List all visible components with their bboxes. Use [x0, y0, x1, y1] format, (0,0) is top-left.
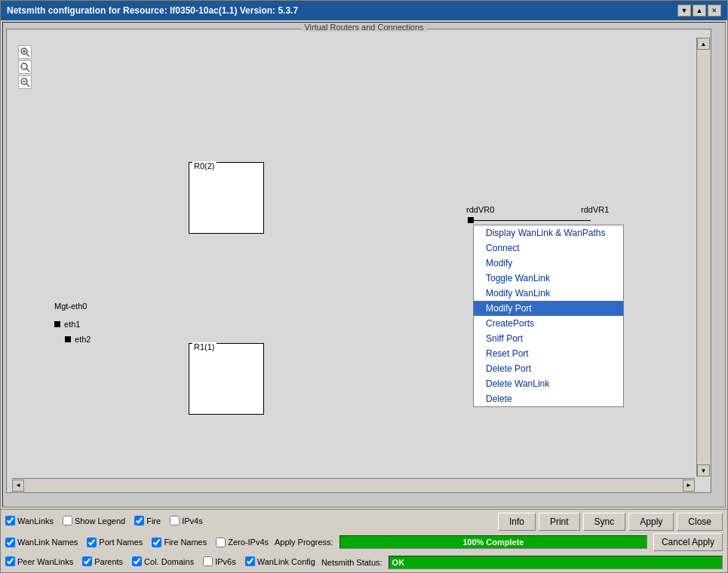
zoom-controls — [18, 45, 32, 89]
vertical-scrollbar[interactable]: ▲ ▼ — [696, 38, 710, 476]
sync-button[interactable]: Sync — [583, 513, 626, 531]
iface-eth2: eth2 — [65, 335, 91, 344]
svg-point-4 — [21, 63, 27, 69]
main-window: Netsmith configuration for Resource: lf0… — [0, 0, 728, 573]
minimize-button[interactable]: ▼ — [677, 5, 691, 17]
checkbox-wanlink-names[interactable]: WanLink Names — [5, 538, 78, 547]
menu-item-display-wanlink[interactable]: Display WanLink & WanPaths — [474, 225, 623, 241]
router-r0[interactable]: R0(2) — [189, 162, 264, 234]
scroll-down-arrow[interactable]: ▼ — [697, 464, 710, 476]
checkbox-wanlinks-label: WanLinks — [17, 516, 54, 526]
menu-item-sniff-port[interactable]: Sniff Port — [474, 331, 623, 346]
checkbox-ipv6s-input[interactable] — [203, 556, 213, 566]
canvas-inner[interactable]: R0(2) R1(1) Mgt-eth0 eth1 eth2 — [8, 30, 710, 492]
checkbox-zero-ipv4s[interactable]: Zero-IPv4s — [216, 538, 269, 547]
close-button-bottom[interactable]: Close — [677, 513, 723, 531]
svg-line-1 — [26, 54, 29, 57]
iface-eth2-text: eth2 — [75, 335, 91, 344]
apply-button[interactable]: Apply — [628, 513, 674, 531]
router-r1-label: R1(1) — [192, 342, 217, 351]
checkbox-port-names[interactable]: Port Names — [87, 538, 143, 547]
checkbox-wanlink-names-label: WanLink Names — [17, 538, 78, 547]
title-bar: Netsmith configuration for Resource: lf0… — [1, 1, 727, 20]
checkbox-show-legend-label: Show Legend — [75, 516, 125, 526]
menu-item-toggle-wanlink[interactable]: Toggle WanLink — [474, 271, 623, 286]
status-value: OK — [389, 556, 723, 569]
checkbox-wanlink-names-input[interactable] — [5, 538, 15, 547]
close-button[interactable]: ✕ — [708, 5, 721, 17]
checkbox-wanlink-config[interactable]: WanLink Config — [245, 556, 315, 566]
action-buttons: Info Print Sync Apply Close — [498, 513, 723, 531]
svg-line-5 — [26, 69, 29, 72]
checkbox-col-domains[interactable]: Col. Domains — [132, 556, 194, 566]
checkbox-ipv4s-input[interactable] — [170, 516, 180, 526]
menu-item-modify[interactable]: Modify — [474, 256, 623, 271]
checkbox-zero-ipv4s-input[interactable] — [216, 538, 226, 547]
iface-mgt-eth0: Mgt-eth0 — [54, 302, 87, 311]
controls-row2: WanLink Names Port Names Fire Names Zero… — [5, 533, 723, 553]
scroll-up-arrow[interactable]: ▲ — [697, 38, 710, 50]
rdd-vr1-label: rddVR1 — [581, 205, 609, 214]
zoom-in-button[interactable] — [18, 45, 32, 59]
menu-item-create-ports[interactable]: CreatePorts — [474, 316, 623, 331]
scroll-left-arrow[interactable]: ◄ — [12, 480, 24, 492]
zoom-out-button[interactable] — [18, 75, 32, 89]
iface-eth1-dot — [54, 321, 60, 327]
checkbox-show-legend[interactable]: Show Legend — [63, 516, 125, 526]
menu-item-delete[interactable]: Delete — [474, 391, 623, 406]
checkbox-peer-wanlinks-label: Peer WanLinks — [17, 557, 73, 566]
menu-item-modify-wanlink[interactable]: Modify WanLink — [474, 286, 623, 301]
cancel-apply-button[interactable]: Cancel Apply — [653, 533, 723, 551]
checkbox-ipv6s-label: IPv6s — [215, 557, 236, 566]
checkbox-fire-names-input[interactable] — [152, 538, 161, 547]
checkbox-port-names-input[interactable] — [87, 538, 97, 547]
main-content: Virtual Routers and Connections — [1, 20, 727, 572]
info-button[interactable]: Info — [498, 513, 536, 531]
checkbox-peer-wanlinks[interactable]: Peer WanLinks — [5, 556, 73, 566]
status-label: Netsmith Status: — [321, 558, 382, 567]
controls-row1: WanLinks Show Legend Fire IPv4s — [5, 513, 723, 531]
router-r1[interactable]: R1(1) — [189, 343, 264, 415]
checkbox-wanlink-config-label: WanLink Config — [257, 557, 315, 566]
context-menu: Display WanLink & WanPaths Connect Modif… — [473, 225, 624, 407]
progress-bar: 100% Complete — [339, 535, 647, 549]
checkbox-parents[interactable]: Parents — [82, 556, 123, 566]
iface-eth2-dot — [65, 336, 71, 342]
checkbox-wanlinks-input[interactable] — [5, 516, 15, 526]
controls-row3: Peer WanLinks Parents Col. Domains IPv6s — [5, 556, 723, 569]
checkbox-wanlinks[interactable]: WanLinks — [5, 516, 54, 526]
menu-item-reset-port[interactable]: Reset Port — [474, 346, 623, 361]
checkbox-col-domains-label: Col. Domains — [144, 557, 194, 566]
checkbox-fire-input[interactable] — [134, 516, 144, 526]
scroll-thumb-vertical[interactable] — [697, 50, 710, 464]
checkbox-show-legend-input[interactable] — [63, 516, 72, 526]
iface-mgt-eth0-text: Mgt-eth0 — [54, 302, 87, 311]
checkbox-peer-wanlinks-input[interactable] — [5, 556, 15, 566]
print-button[interactable]: Print — [539, 513, 580, 531]
checkbox-col-domains-input[interactable] — [132, 556, 142, 566]
checkbox-parents-label: Parents — [94, 557, 123, 566]
horizontal-scrollbar[interactable]: ◄ ► — [12, 478, 695, 492]
menu-item-connect[interactable]: Connect — [474, 241, 623, 256]
checkbox-parents-input[interactable] — [82, 556, 92, 566]
checkbox-ipv4s[interactable]: IPv4s — [170, 516, 203, 526]
menu-item-delete-wanlink[interactable]: Delete WanLink — [474, 376, 623, 391]
checkbox-fire-label: Fire — [146, 516, 161, 526]
checkbox-wanlink-config-input[interactable] — [245, 556, 255, 566]
window-title: Netsmith configuration for Resource: lf0… — [7, 5, 298, 16]
zoom-fit-button[interactable] — [18, 60, 32, 74]
canvas-label: Virtual Routers and Connections — [301, 23, 426, 32]
checkbox-fire-names[interactable]: Fire Names — [152, 538, 207, 547]
checkbox-fire[interactable]: Fire — [134, 516, 161, 526]
checkbox-ipv6s[interactable]: IPv6s — [203, 556, 236, 566]
restore-button[interactable]: ▲ — [693, 5, 706, 17]
router-r0-label: R0(2) — [192, 161, 217, 170]
scroll-right-arrow[interactable]: ► — [683, 480, 695, 492]
rdd-connection-line — [474, 220, 591, 221]
iface-eth1-text: eth1 — [64, 320, 80, 329]
rdd-vr0-label: rddVR0 — [466, 205, 494, 214]
menu-item-delete-port[interactable]: Delete Port — [474, 361, 623, 376]
menu-item-modify-port[interactable]: Modify Port — [474, 301, 623, 316]
status-value-text: OK — [392, 558, 405, 567]
rdd-dot — [468, 217, 474, 223]
